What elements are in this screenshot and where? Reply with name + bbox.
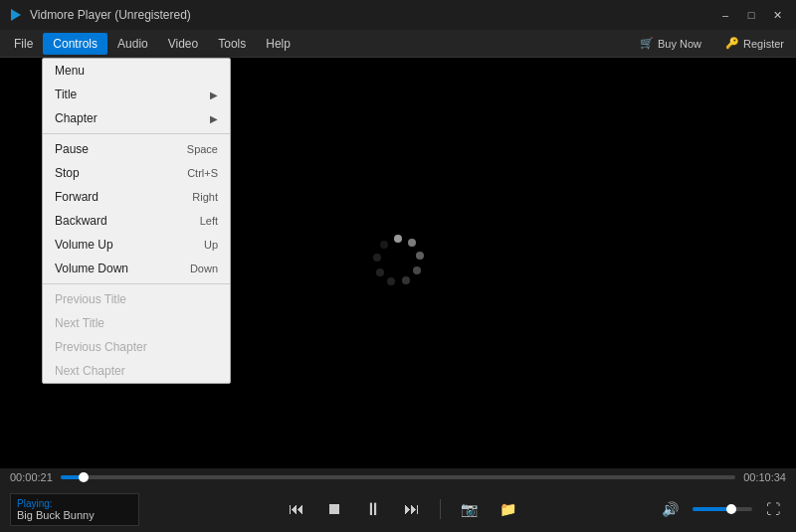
title-arrow-icon: ▶ (210, 89, 218, 100)
separator-1 (43, 133, 230, 134)
svg-point-8 (373, 254, 381, 262)
key-icon: 🔑 (725, 37, 739, 50)
menu-right: 🛒 Buy Now 🔑 Register (632, 34, 792, 53)
window-controls: – □ ✕ (714, 4, 788, 26)
now-playing-box: Playing: Big Buck Bunny (10, 493, 139, 526)
title-bar: Vidmore Player (Unregistered) – □ ✕ (0, 0, 796, 30)
volume-track[interactable] (693, 507, 752, 511)
ctrl-divider-1 (440, 499, 441, 519)
dd-menu[interactable]: Menu (43, 59, 230, 83)
menu-tools[interactable]: Tools (208, 33, 256, 55)
menu-file[interactable]: File (4, 33, 43, 55)
svg-point-7 (376, 268, 384, 276)
track-title: Big Buck Bunny (17, 509, 132, 521)
title-text: Vidmore Player (Unregistered) (30, 8, 191, 22)
close-button[interactable]: ✕ (766, 4, 788, 26)
controls-area: 00:00:21 00:10:34 Playing: Big Buck Bunn… (0, 468, 796, 532)
dd-forward[interactable]: Forward Right (43, 185, 230, 209)
pause-button[interactable]: ⏸ (358, 495, 388, 524)
dd-next-chapter: Next Chapter (43, 359, 230, 383)
svg-point-2 (408, 239, 416, 247)
volume-thumb[interactable] (726, 504, 736, 514)
progress-bar-container: 00:00:21 00:10:34 (0, 468, 796, 486)
fast-forward-button[interactable]: ⏭ (398, 496, 426, 522)
menu-audio[interactable]: Audio (107, 33, 158, 55)
stop-button[interactable]: ⏹ (320, 496, 348, 522)
register-button[interactable]: 🔑 Register (717, 34, 792, 53)
time-elapsed: 00:00:21 (10, 471, 53, 483)
title-left: Vidmore Player (Unregistered) (8, 7, 191, 23)
svg-point-3 (416, 252, 424, 260)
dd-backward[interactable]: Backward Left (43, 209, 230, 233)
screenshot-button[interactable]: 📷 (455, 497, 484, 521)
right-controls: 🔊 ⛶ (656, 497, 786, 521)
separator-2 (43, 283, 230, 284)
svg-point-9 (380, 241, 388, 249)
svg-point-5 (402, 276, 410, 284)
dd-prev-title: Previous Title (43, 287, 230, 311)
svg-point-1 (394, 235, 402, 243)
dd-chapter[interactable]: Chapter ▶ (43, 106, 230, 130)
rewind-button[interactable]: ⏮ (283, 496, 310, 522)
volume-icon-button[interactable]: 🔊 (656, 497, 685, 521)
dd-title[interactable]: Title ▶ (43, 83, 230, 106)
dd-next-title: Next Title (43, 311, 230, 335)
svg-marker-0 (11, 9, 21, 21)
chapter-arrow-icon: ▶ (210, 113, 218, 124)
dd-volume-up[interactable]: Volume Up Up (43, 233, 230, 257)
menu-bar: File Controls Audio Video Tools Help 🛒 B… (0, 30, 796, 58)
menu-help[interactable]: Help (256, 33, 300, 55)
progress-thumb[interactable] (79, 472, 89, 482)
menu-controls[interactable]: Controls (43, 33, 107, 55)
time-total: 00:10:34 (743, 471, 786, 483)
controls-row: Playing: Big Buck Bunny ⏮ ⏹ ⏸ ⏭ 📷 📁 🔊 ⛶ (0, 486, 796, 532)
svg-point-6 (387, 277, 395, 285)
buy-now-button[interactable]: 🛒 Buy Now (632, 34, 709, 53)
dd-volume-down[interactable]: Volume Down Down (43, 257, 230, 280)
dd-pause[interactable]: Pause Space (43, 137, 230, 161)
dd-prev-chapter: Previous Chapter (43, 335, 230, 359)
maximize-button[interactable]: □ (740, 4, 762, 26)
center-controls: ⏮ ⏹ ⏸ ⏭ 📷 📁 (149, 495, 656, 524)
app-icon (8, 7, 24, 23)
menu-video[interactable]: Video (158, 33, 208, 55)
cart-icon: 🛒 (640, 37, 654, 50)
controls-dropdown: Menu Title ▶ Chapter ▶ Pause Space Stop … (42, 58, 231, 384)
loading-spinner (363, 229, 433, 298)
progress-track[interactable] (61, 475, 735, 479)
folder-button[interactable]: 📁 (494, 497, 522, 521)
minimize-button[interactable]: – (714, 4, 736, 26)
fullscreen-button[interactable]: ⛶ (760, 497, 786, 521)
svg-point-4 (413, 266, 421, 274)
playing-label: Playing: (17, 498, 132, 509)
dd-stop[interactable]: Stop Ctrl+S (43, 161, 230, 185)
